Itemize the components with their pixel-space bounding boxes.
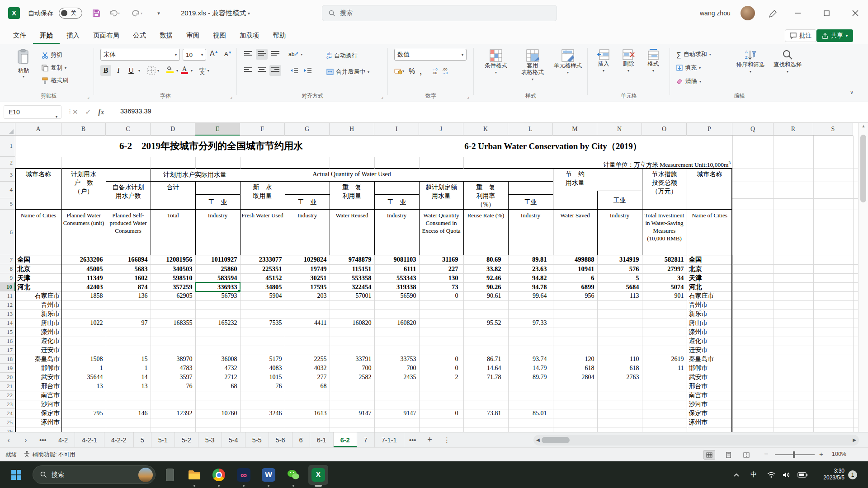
cell[interactable]: 17595 bbox=[285, 282, 330, 291]
decrease-decimal-button[interactable]: .00→0 bbox=[442, 68, 448, 75]
font-size-combo[interactable]: 10▾ bbox=[183, 49, 206, 61]
share-button[interactable]: 共享▾ bbox=[816, 29, 853, 42]
row-header-8[interactable]: 8 bbox=[0, 264, 15, 273]
cell[interactable]: 36008 bbox=[195, 355, 240, 364]
cell[interactable]: 5074 bbox=[642, 282, 687, 291]
cell[interactable]: 38970 bbox=[151, 355, 195, 364]
number-format-combo[interactable]: 数值▾ bbox=[394, 49, 467, 61]
cell[interactable] bbox=[61, 346, 106, 355]
cell[interactable]: 700 bbox=[330, 364, 374, 373]
cell[interactable]: 227 bbox=[419, 264, 463, 273]
cell-city-name[interactable]: 迁安市 bbox=[15, 346, 61, 355]
align-right-button[interactable] bbox=[269, 65, 281, 76]
fill-button[interactable]: 填充▾ bbox=[676, 62, 701, 73]
cell[interactable] bbox=[597, 310, 642, 319]
cell[interactable]: 4732 bbox=[195, 364, 240, 373]
cell[interactable]: 874 bbox=[106, 282, 151, 291]
align-bottom-button[interactable] bbox=[269, 49, 281, 60]
confirm-entry-icon[interactable]: ✓ bbox=[85, 108, 91, 116]
cell[interactable]: 62905 bbox=[151, 291, 195, 300]
percent-style-button[interactable]: % bbox=[409, 67, 415, 75]
autosave-toggle[interactable]: 关 bbox=[59, 8, 82, 19]
cell[interactable]: 956 bbox=[553, 291, 597, 300]
page-layout-view-button[interactable] bbox=[722, 450, 734, 460]
cell[interactable]: 160820 bbox=[330, 319, 374, 328]
cell[interactable] bbox=[597, 418, 642, 427]
cell[interactable] bbox=[508, 346, 553, 355]
cell[interactable]: 56793 bbox=[195, 291, 240, 300]
cell[interactable] bbox=[419, 328, 463, 337]
cell[interactable]: 165232 bbox=[195, 319, 240, 328]
cell[interactable]: 225351 bbox=[240, 264, 285, 273]
cell[interactable] bbox=[61, 300, 106, 310]
row-header-18[interactable]: 18 bbox=[0, 355, 15, 364]
sheet-tab-5-6[interactable]: 5-6 bbox=[269, 432, 292, 447]
cell[interactable] bbox=[374, 400, 419, 409]
cell[interactable]: 80.69 bbox=[463, 255, 508, 264]
row-header-26[interactable]: 26 bbox=[0, 427, 15, 432]
row-header-6[interactable]: 6 bbox=[0, 210, 15, 255]
save-button[interactable] bbox=[90, 7, 102, 19]
cell[interactable]: 71.78 bbox=[463, 373, 508, 382]
cell[interactable] bbox=[508, 391, 553, 400]
sheet-tab-7[interactable]: 7 bbox=[357, 432, 375, 447]
cell[interactable]: 5683 bbox=[106, 264, 151, 273]
row-header-20[interactable]: 20 bbox=[0, 373, 15, 382]
horizontal-scrollbar[interactable]: ◀ ▶ bbox=[533, 435, 859, 446]
format-painter-button[interactable]: 格式刷 bbox=[42, 75, 68, 86]
align-center-button[interactable] bbox=[256, 65, 268, 76]
cell[interactable] bbox=[106, 300, 151, 310]
column-header-B[interactable]: B bbox=[61, 123, 106, 136]
maximize-button[interactable] bbox=[817, 6, 835, 20]
cell[interactable] bbox=[642, 409, 687, 418]
cell[interactable] bbox=[463, 328, 508, 337]
cell-city-name[interactable]: 武安市 bbox=[15, 373, 61, 382]
cell[interactable] bbox=[419, 310, 463, 319]
cell[interactable] bbox=[553, 409, 597, 418]
cell[interactable] bbox=[151, 427, 195, 432]
cell[interactable]: 319338 bbox=[374, 282, 419, 291]
cell[interactable] bbox=[553, 400, 597, 409]
cell[interactable] bbox=[463, 310, 508, 319]
cell[interactable]: 1858 bbox=[61, 291, 106, 300]
cell[interactable] bbox=[642, 382, 687, 391]
cell[interactable]: 33753 bbox=[374, 355, 419, 364]
volume-icon[interactable] bbox=[783, 461, 790, 488]
cell[interactable]: 57001 bbox=[330, 291, 374, 300]
ribbon-tab-公式[interactable]: 公式 bbox=[126, 27, 153, 44]
cell[interactable]: 33791 bbox=[330, 355, 374, 364]
cell[interactable]: 6111 bbox=[374, 264, 419, 273]
page-break-view-button[interactable] bbox=[741, 450, 752, 460]
cell[interactable] bbox=[151, 400, 195, 409]
cell[interactable]: 56590 bbox=[374, 291, 419, 300]
cell[interactable]: 10110927 bbox=[195, 255, 240, 264]
cell[interactable]: 99.64 bbox=[508, 291, 553, 300]
column-header-H[interactable]: H bbox=[330, 123, 374, 136]
cell[interactable] bbox=[330, 310, 374, 319]
font-name-combo[interactable]: 宋体▾ bbox=[100, 49, 180, 61]
start-button[interactable] bbox=[6, 465, 26, 485]
format-as-table-button[interactable]: 套用表格格式▾ bbox=[515, 49, 550, 83]
cell[interactable]: 0 bbox=[419, 291, 463, 300]
document-title[interactable]: 2019.xls - 兼容性模式 bbox=[181, 9, 246, 18]
search-highlight-image[interactable] bbox=[138, 468, 153, 482]
cell[interactable]: 9147 bbox=[374, 409, 419, 418]
cell[interactable] bbox=[374, 418, 419, 427]
cell[interactable] bbox=[597, 382, 642, 391]
cell[interactable] bbox=[195, 310, 240, 319]
cell[interactable] bbox=[553, 346, 597, 355]
cell[interactable] bbox=[553, 427, 597, 432]
cell-city-name-right[interactable]: 晋州市 bbox=[687, 300, 732, 310]
row-header-17[interactable]: 17 bbox=[0, 346, 15, 355]
vertical-scrollbar[interactable]: ▲ bbox=[858, 123, 868, 432]
column-header-P[interactable]: P bbox=[687, 123, 732, 136]
cell[interactable]: 2633206 bbox=[61, 255, 106, 264]
cell[interactable] bbox=[285, 418, 330, 427]
cell[interactable] bbox=[463, 400, 508, 409]
cell[interactable] bbox=[642, 328, 687, 337]
cell[interactable]: 1029824 bbox=[285, 255, 330, 264]
name-box[interactable]: E10 ▾ bbox=[4, 105, 61, 119]
cell[interactable] bbox=[330, 337, 374, 346]
cell[interactable]: 90.26 bbox=[463, 282, 508, 291]
select-all-corner[interactable] bbox=[0, 123, 15, 136]
